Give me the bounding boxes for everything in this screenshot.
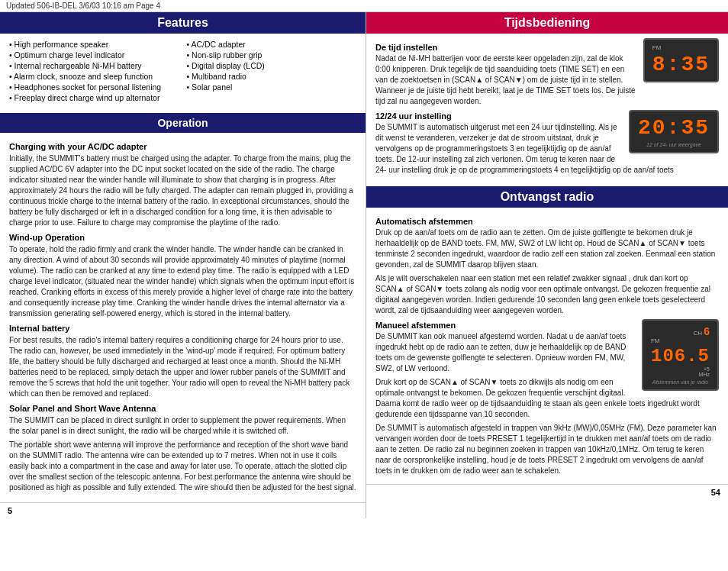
ontvangst-title-0: Automatisch afstemmen bbox=[375, 217, 719, 226]
main-content: Features High performance speaker Optimu… bbox=[0, 12, 728, 518]
list-item: Headphones socket for personal listening bbox=[9, 82, 179, 92]
page-number-left: 5 bbox=[8, 506, 12, 515]
ontvangst-header: Ontvangst radio bbox=[366, 186, 728, 208]
display-radio: CH 6 FM 106.5 +5MHz Afstemmen van je rad… bbox=[642, 319, 719, 391]
ontvangst-text-0: Druk op de aan/af toets om de radio aan … bbox=[375, 227, 719, 270]
top-bar: Updated 506-IB-DEL 3/6/03 10:16 am Page … bbox=[0, 0, 728, 12]
features-left-list: High performance speaker Optimum charge … bbox=[9, 40, 179, 104]
list-item: Solar panel bbox=[187, 82, 357, 92]
list-item: Internal rechargeable Ni-MH battery bbox=[9, 61, 179, 70]
page-number-right: 54 bbox=[711, 488, 720, 497]
operation-content: Charging with your AC/DC adapter Initial… bbox=[0, 133, 366, 502]
op-section-title-0: Charging with your AC/DC adapter bbox=[9, 142, 356, 151]
list-item: High performance speaker bbox=[9, 40, 179, 49]
tijdsbediening-header: Tijdsbediening bbox=[366, 12, 728, 34]
top-bar-text: Updated 506-IB-DEL 3/6/03 10:16 am Page … bbox=[6, 2, 160, 10]
display-time-835: 8:35 bbox=[652, 53, 710, 76]
left-column: Features High performance speaker Optimu… bbox=[0, 12, 366, 518]
op-text-1: To operate, hold the radio firmly and cr… bbox=[9, 244, 356, 319]
op-section-title-2: Internal battery bbox=[9, 324, 356, 333]
op-section-title-3: Solar Panel and Short Wave Antenna bbox=[9, 404, 356, 413]
list-item: AC/DC adapter bbox=[187, 40, 357, 49]
ontvangst-content: Automatisch afstemmen Druk op de aan/af … bbox=[366, 208, 728, 484]
ch-label: CH 6 bbox=[651, 325, 710, 337]
fm-label-2: FM bbox=[651, 337, 710, 344]
features-header: Features bbox=[0, 12, 366, 34]
features-content: High performance speaker Optimum charge … bbox=[0, 34, 366, 110]
operation-header: Operation bbox=[0, 113, 366, 133]
right-column: Tijdsbediening FM 8:35 De tijd instellen… bbox=[366, 12, 728, 518]
list-item: Multiband radio bbox=[187, 72, 357, 81]
op-text-3: The SUMMIT can be placed in direct sunli… bbox=[9, 415, 356, 437]
display-label: 12 of 24- uur weergave bbox=[638, 142, 710, 147]
list-item: Digital display (LCD) bbox=[187, 61, 357, 70]
display-freq: 106.5 bbox=[651, 346, 710, 366]
op-text-4: The portable short wave antenna will imp… bbox=[9, 440, 356, 493]
display-2035: 20:35 12 of 24- uur weergave bbox=[629, 110, 719, 153]
features-right-list: AC/DC adapter Non-slip rubber grip Digit… bbox=[187, 40, 357, 104]
tijds-content: FM 8:35 De tijd instellen Nadat de Ni-MH… bbox=[366, 34, 728, 183]
display-835: FM 8:35 bbox=[643, 38, 719, 82]
op-text-0: Initially, the SUMMIT's battery must be … bbox=[9, 153, 356, 228]
op-text-2: For best results, the radio's internal b… bbox=[9, 335, 356, 399]
list-item: Non-slip rubber grip bbox=[187, 50, 357, 60]
list-item: Optimum charge level indicator bbox=[9, 50, 179, 60]
fm-label-1: FM bbox=[652, 44, 710, 51]
list-item: Freeplay direct charge wind up alternato… bbox=[9, 93, 179, 102]
op-section-title-1: Wind-up Operation bbox=[9, 233, 356, 242]
ontvangst-text-1: Als je wilt overschakelen naar een stati… bbox=[375, 273, 719, 316]
ontvangst-text-4: De SUMMIT is automatisch afgesteld in tr… bbox=[375, 423, 719, 476]
list-item: Alarm clock, snooze and sleep function bbox=[9, 72, 179, 81]
display-time-2035: 20:35 bbox=[638, 116, 710, 140]
display-freq-label: Afstemmen van je radio bbox=[651, 379, 710, 385]
